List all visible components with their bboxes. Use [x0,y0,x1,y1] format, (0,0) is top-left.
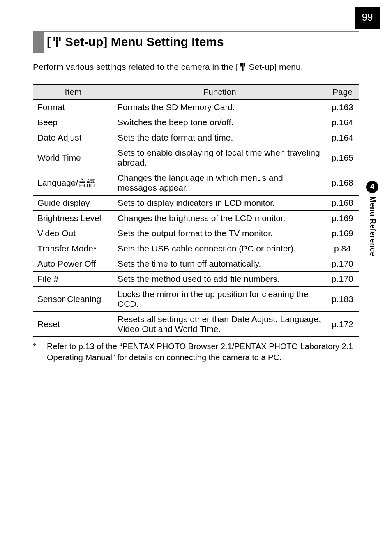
cell-function: Sets to enable displaying of local time … [113,145,326,170]
heading-accent-bar [33,32,44,53]
settings-table: Item Function Page FormatFormats the SD … [33,84,359,337]
cell-item: Language/言語 [33,170,113,196]
cell-page: p.169 [326,211,359,226]
page-number: 99 [355,7,380,29]
svg-rect-3 [56,40,58,47]
cell-page: p.164 [326,130,359,145]
setup-icon [52,36,62,48]
cell-page: p.169 [326,226,359,241]
chapter-number-badge: 4 [366,181,378,193]
side-tab-label: Menu Reference [368,196,377,256]
table-row: FormatFormats the SD Memory Card.p.163 [33,100,359,115]
cell-page: p.164 [326,115,359,130]
cell-function: Sets the USB cable connection (PC or pri… [113,241,326,256]
side-tab: 4 Menu Reference [365,181,380,256]
svg-rect-6 [244,63,245,67]
heading-title: Set-up] Menu Setting Items [65,35,224,49]
footnote-marker: * [33,341,47,363]
heading-bracket: [ [47,35,51,49]
cell-function: Sets to display indicators in LCD monito… [113,196,326,211]
cell-item: File # [33,272,113,287]
svg-rect-5 [242,63,243,65]
cell-function: Resets all settings other than Date Adju… [113,312,326,337]
cell-page: p.168 [326,170,359,196]
cell-item: Sensor Cleaning [33,287,113,312]
cell-page: p.170 [326,256,359,272]
table-row: Transfer Mode*Sets the USB cable connect… [33,241,359,256]
table-row: Video OutSets the output format to the T… [33,226,359,241]
svg-rect-2 [59,37,60,41]
heading-text: [ Set-up] Menu Setting Items [47,32,224,53]
cell-function: Sets the time to turn off automatically. [113,256,326,272]
table-row: Date AdjustSets the date format and time… [33,130,359,145]
cell-item: World Time [33,145,113,170]
cell-item: Transfer Mode* [33,241,113,256]
page-content: [ Set-up] Menu Setting Items Perform var… [0,0,392,363]
table-row: Sensor CleaningLocks the mirror in the u… [33,287,359,312]
header-page: Page [326,85,359,100]
cell-item: Auto Power Off [33,256,113,272]
cell-page: p.163 [326,100,359,115]
cell-function: Formats the SD Memory Card. [113,100,326,115]
table-row: Language/言語Changes the language in which… [33,170,359,196]
table-row: BeepSwitches the beep tone on/off.p.164 [33,115,359,130]
cell-item: Reset [33,312,113,337]
cell-page: p.168 [326,196,359,211]
cell-page: p.172 [326,312,359,337]
cell-page: p.183 [326,287,359,312]
svg-rect-4 [240,63,242,67]
cell-item: Guide display [33,196,113,211]
cell-item: Beep [33,115,113,130]
header-item: Item [33,85,113,100]
table-row: Auto Power OffSets the time to turn off … [33,256,359,272]
intro-text: Perform various settings related to the … [33,62,359,72]
section-heading: [ Set-up] Menu Setting Items [33,31,359,53]
table-row: Guide displaySets to display indicators … [33,196,359,211]
cell-function: Switches the beep tone on/off. [113,115,326,130]
table-row: ResetResets all settings other than Date… [33,312,359,337]
svg-rect-7 [242,65,243,71]
intro-after: Set-up] menu. [249,62,303,72]
cell-item: Format [33,100,113,115]
cell-item: Video Out [33,226,113,241]
cell-function: Sets the output format to the TV monitor… [113,226,326,241]
cell-page: p.165 [326,145,359,170]
cell-item: Brightness Level [33,211,113,226]
cell-function: Changes the brightness of the LCD monito… [113,211,326,226]
footnote: * Refer to p.13 of the “PENTAX PHOTO Bro… [33,341,359,363]
header-function: Function [113,85,326,100]
svg-rect-1 [56,37,58,40]
cell-item: Date Adjust [33,130,113,145]
cell-page: p.84 [326,241,359,256]
table-row: World TimeSets to enable displaying of l… [33,145,359,170]
cell-function: Sets the method used to add file numbers… [113,272,326,287]
cell-function: Changes the language in which menus and … [113,170,326,196]
table-row: File #Sets the method used to add file n… [33,272,359,287]
table-header-row: Item Function Page [33,85,359,100]
svg-rect-0 [53,37,55,41]
cell-function: Locks the mirror in the up position for … [113,287,326,312]
setup-icon [239,62,247,71]
intro-before: Perform various settings related to the … [33,62,238,72]
cell-page: p.170 [326,272,359,287]
footnote-text: Refer to p.13 of the “PENTAX PHOTO Brows… [47,341,359,363]
table-row: Brightness LevelChanges the brightness o… [33,211,359,226]
cell-function: Sets the date format and time. [113,130,326,145]
